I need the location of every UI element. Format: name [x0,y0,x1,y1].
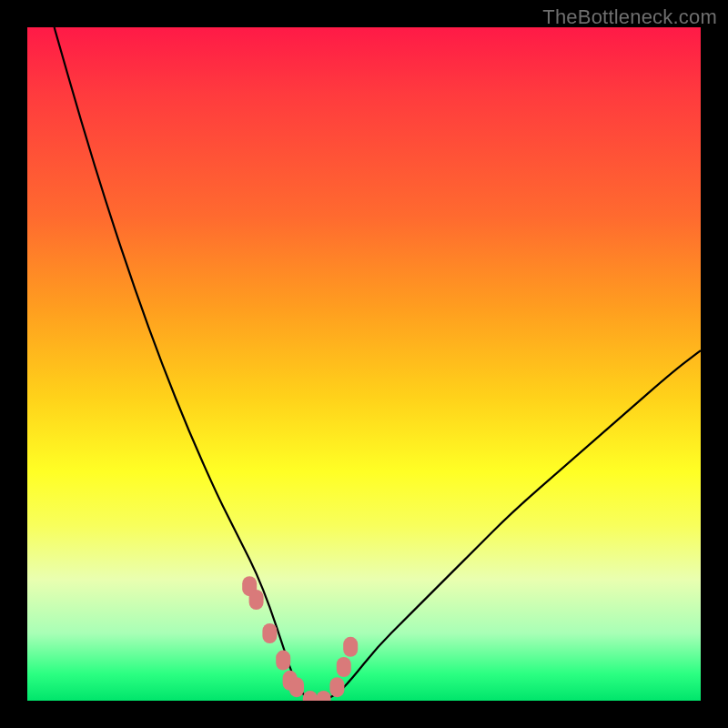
curve-path [55,27,701,701]
chart-frame: TheBottleneck.com [0,0,728,728]
highlight-marker [249,590,264,610]
highlight-marker [262,623,277,643]
highlight-marker [303,691,318,701]
bottleneck-curve [27,27,701,701]
highlight-marker [317,691,331,701]
highlight-marker [289,677,304,697]
highlight-marker [343,637,358,657]
watermark-text: TheBottleneck.com [542,5,717,29]
highlight-marker [329,677,344,697]
highlight-markers [242,576,358,701]
highlight-marker [276,651,290,671]
highlight-marker [337,657,351,677]
plot-area [27,27,701,701]
